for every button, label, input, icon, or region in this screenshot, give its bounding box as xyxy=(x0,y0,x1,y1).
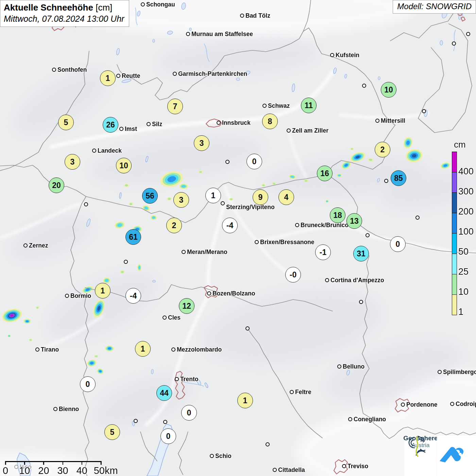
scalebar-tick xyxy=(101,461,102,465)
city-label: Sonthofen xyxy=(57,66,87,73)
city-marker-icon xyxy=(182,250,186,254)
station-value-circle: 16 xyxy=(317,166,333,181)
page-title: Aktuelle Schneehöhe [cm] xyxy=(4,2,124,13)
legend-tick-label: 200 xyxy=(458,206,474,217)
scalebar-tick-label: 50km xyxy=(94,465,118,476)
geosphere-logo-icon xyxy=(405,436,429,457)
scalebar-line xyxy=(5,461,101,462)
city-label: Tirano xyxy=(41,346,59,353)
scalebar-tick-label: 10 xyxy=(19,465,30,476)
legend-tick-label: 25 xyxy=(458,267,469,277)
city-label: Imst xyxy=(125,125,137,133)
city-marker-icon xyxy=(273,468,277,472)
city-label: Cortina d'Ampezzo xyxy=(330,277,384,284)
city-marker-icon xyxy=(375,119,379,123)
station-value-circle: 3 xyxy=(173,192,189,208)
legend-tick-label: 100 xyxy=(458,226,474,237)
city-marker-icon xyxy=(163,420,167,424)
station-value-circle: 12 xyxy=(179,298,194,314)
city-marker-icon xyxy=(171,347,175,352)
city-marker-icon xyxy=(342,464,346,468)
city-marker-icon xyxy=(210,454,214,458)
station-value-circle: 18 xyxy=(330,207,345,223)
city-marker-icon xyxy=(384,179,388,183)
city-marker-icon xyxy=(53,407,57,411)
legend-tick-label: 400 xyxy=(458,166,474,177)
title-box: Aktuelle Schneehöhe [cm] Mittwoch, 07.08… xyxy=(0,0,129,27)
station-value-circle: 2 xyxy=(166,218,182,233)
city-marker-icon xyxy=(116,74,120,78)
legend-segment xyxy=(452,192,457,213)
legend-segment xyxy=(452,213,457,233)
city-marker-icon xyxy=(52,68,56,72)
station-value-circle: 0 xyxy=(80,376,96,392)
city-marker-icon xyxy=(173,72,177,76)
station-value-circle: 1 xyxy=(95,283,111,299)
city-label: Cittadella xyxy=(278,466,305,474)
city-label: Conegliano xyxy=(354,416,386,423)
city-marker-icon xyxy=(14,465,18,469)
station-value-circle: 4 xyxy=(278,189,294,205)
city-marker-icon xyxy=(92,149,96,153)
city-label: Zell am Ziller xyxy=(292,127,328,134)
city-marker-icon xyxy=(119,127,123,131)
city-label: Garmisch-Partenkirchen xyxy=(178,70,247,78)
scalebar-tick xyxy=(5,461,6,465)
city-label: Zernez xyxy=(29,242,48,249)
station-value-circle: 8 xyxy=(262,114,278,129)
station-value-circle: 56 xyxy=(142,188,158,204)
city-label: Spilimbergo xyxy=(443,369,476,376)
city-marker-icon xyxy=(295,223,299,227)
city-label: Treviso xyxy=(347,463,368,470)
legend-segment xyxy=(452,294,457,315)
legend-segment xyxy=(452,152,457,172)
city-label: Bad Tölz xyxy=(245,12,270,19)
timestamp: Mittwoch, 07.08.2024 13:00 Uhr xyxy=(4,14,124,24)
station-value-circle: 0 xyxy=(181,405,197,421)
city-marker-icon xyxy=(141,2,145,6)
city-label: Mezzolombardo xyxy=(177,346,222,353)
city-marker-icon xyxy=(207,291,211,295)
city-marker-icon xyxy=(362,84,366,88)
city-marker-icon xyxy=(134,419,138,423)
scalebar-tick-label: 40 xyxy=(76,465,87,476)
city-marker-icon xyxy=(401,403,405,407)
city-marker-icon xyxy=(452,41,456,46)
city-label: Schongau xyxy=(146,1,175,8)
city-marker-icon xyxy=(175,377,179,381)
city-label: Bienno xyxy=(59,406,79,413)
station-value-circle: 3 xyxy=(194,135,209,151)
station-value-circle: 3 xyxy=(65,154,80,170)
snow-pictogram xyxy=(437,436,476,476)
station-value-circle: 10 xyxy=(381,82,396,98)
station-value-circle: 11 xyxy=(301,98,317,113)
city-marker-icon xyxy=(290,390,294,394)
city-label: Bruneck/Brunico xyxy=(301,222,348,229)
city-label: Schio xyxy=(215,453,232,460)
station-value-circle: 13 xyxy=(346,213,362,229)
legend-segment xyxy=(452,254,457,274)
city-marker-icon xyxy=(225,160,230,164)
city-label: Reutte xyxy=(122,72,140,80)
legend-bar xyxy=(452,152,457,315)
station-value-circle: 1 xyxy=(100,70,116,86)
legend-tick-label: 300 xyxy=(458,186,474,197)
city-marker-icon xyxy=(147,122,151,126)
city-marker-icon xyxy=(266,442,270,446)
station-value-circle: 1 xyxy=(135,341,151,357)
city-marker-icon xyxy=(337,364,341,369)
station-value-circle: 5 xyxy=(104,424,120,440)
legend-segment xyxy=(452,172,457,192)
scalebar-tick xyxy=(62,461,63,465)
station-value-circle: -1 xyxy=(315,244,331,260)
city-label: Kufstein xyxy=(336,52,359,59)
scalebar-tick xyxy=(43,461,44,465)
station-value-circle: 26 xyxy=(103,117,118,133)
city-marker-icon xyxy=(65,294,69,298)
city-marker-icon xyxy=(366,233,370,237)
mountain-snow-icon xyxy=(437,436,470,465)
city-marker-icon xyxy=(348,417,352,421)
city-marker-icon xyxy=(186,32,190,36)
city-label: Sterzing/Vipiteno xyxy=(226,204,275,211)
city-label: Bozen/Bolzano xyxy=(213,290,255,297)
